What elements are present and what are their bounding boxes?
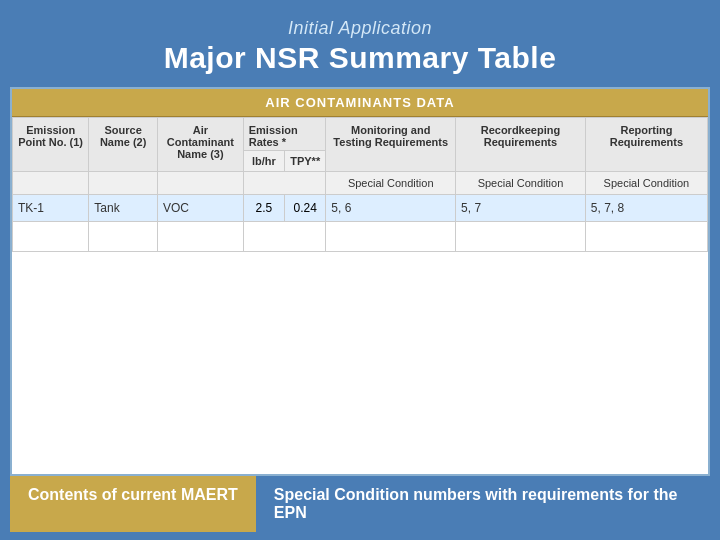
footer-right-label: Special Condition numbers with requireme… [256, 476, 710, 532]
table-container: AIR CONTAMINANTS DATA Emission Point No.… [10, 87, 710, 476]
recordkeeping-special: Special Condition [456, 172, 586, 195]
emission-values: 2.5 0.24 [244, 195, 326, 221]
col-air-contaminant: Air Contaminant Name (3) [158, 118, 244, 172]
col-emission-rates: Emission Rates * lb/hr TPY** [243, 118, 326, 172]
header: Initial Application Major NSR Summary Ta… [0, 0, 720, 87]
monitoring-special: Special Condition [326, 172, 456, 195]
subheader-row: Special Condition Special Condition Spec… [13, 172, 708, 195]
empty-subheader-4 [243, 172, 326, 195]
cell-contaminant: VOC [158, 195, 244, 222]
reporting-special: Special Condition [585, 172, 707, 195]
emission-rates-label: Emission Rates * [244, 118, 326, 151]
col-emission-point: Emission Point No. (1) [13, 118, 89, 172]
empty-subheader-3 [158, 172, 244, 195]
header-title: Major NSR Summary Table [10, 41, 710, 75]
cell-lbhr: 2.5 [244, 195, 285, 221]
empty-subheader-2 [89, 172, 158, 195]
footer-bar: Contents of current MAERT Special Condit… [10, 476, 710, 532]
cell-emission-rates: 2.5 0.24 [243, 195, 326, 222]
cell-source-name: Tank [89, 195, 158, 222]
cell-monitoring: 5, 6 [326, 195, 456, 222]
page: Initial Application Major NSR Summary Ta… [0, 0, 720, 540]
col-source-name: Source Name (2) [89, 118, 158, 172]
main-table: Emission Point No. (1) Source Name (2) A… [12, 117, 708, 252]
footer-left-label: Contents of current MAERT [10, 476, 256, 532]
table-row: TK-1 Tank VOC 2.5 0.24 5, 6 5, 7 5, 7, 8 [13, 195, 708, 222]
cell-tpy: 0.24 [285, 195, 325, 221]
col-reporting: Reporting Requirements [585, 118, 707, 172]
cell-emission-point: TK-1 [13, 195, 89, 222]
section-header: AIR CONTAMINANTS DATA [12, 89, 708, 117]
cell-reporting: 5, 7, 8 [585, 195, 707, 222]
emission-rates-subheaders: lb/hr TPY** [244, 151, 326, 171]
header-subtitle: Initial Application [10, 18, 710, 39]
col-recordkeeping: Recordkeeping Requirements [456, 118, 586, 172]
empty-subheader-1 [13, 172, 89, 195]
emission-lbhr-header: lb/hr [244, 151, 285, 171]
col-monitoring: Monitoring and Testing Requirements [326, 118, 456, 172]
cell-recordkeeping: 5, 7 [456, 195, 586, 222]
empty-row [13, 222, 708, 252]
emission-tpy-header: TPY** [285, 151, 325, 171]
